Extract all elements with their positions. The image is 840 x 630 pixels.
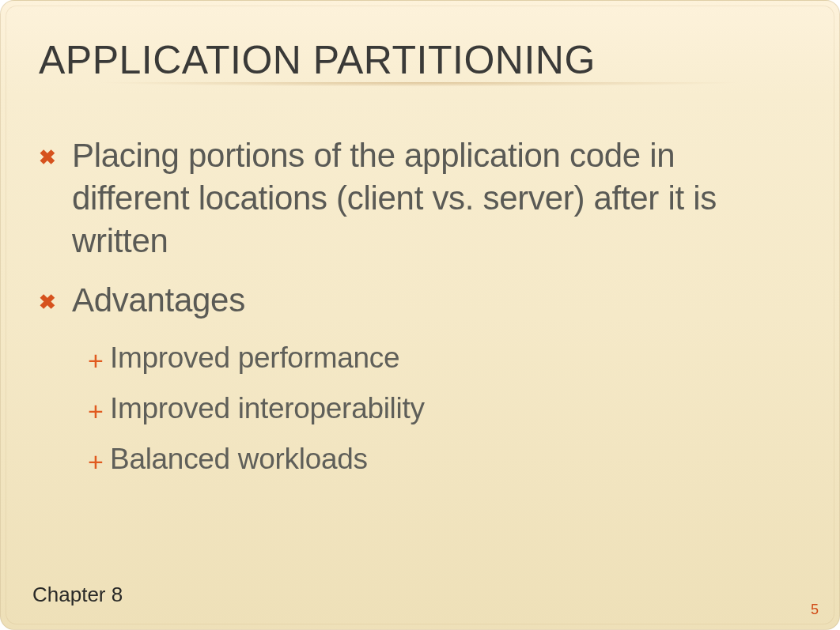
slide-title: APPLICATION PARTITIONING (39, 39, 801, 93)
bullet-text: Improved interoperability (110, 390, 425, 428)
slide: APPLICATION PARTITIONING ✖ Placing porti… (0, 0, 840, 630)
x-bullet-icon: ✖ (39, 134, 72, 170)
bullet-level1: ✖ Advantages (39, 279, 785, 322)
bullet-level2: + Balanced workloads (88, 440, 785, 478)
page-number: 5 (811, 602, 819, 618)
bullet-text: Balanced workloads (110, 440, 368, 478)
slide-content: ✖ Placing portions of the application co… (39, 134, 801, 478)
plus-bullet-icon: + (88, 440, 110, 475)
bullet-level1: ✖ Placing portions of the application co… (39, 134, 785, 262)
bullet-text: Advantages (72, 279, 245, 322)
bullet-text: Placing portions of the application code… (72, 134, 785, 262)
plus-bullet-icon: + (88, 339, 110, 374)
bullet-level2: + Improved interoperability (88, 390, 785, 428)
chapter-label: Chapter 8 (32, 583, 123, 607)
bullet-text: Improved performance (110, 339, 399, 377)
plus-bullet-icon: + (88, 390, 110, 424)
bullet-level2: + Improved performance (88, 339, 785, 377)
x-bullet-icon: ✖ (39, 279, 72, 315)
